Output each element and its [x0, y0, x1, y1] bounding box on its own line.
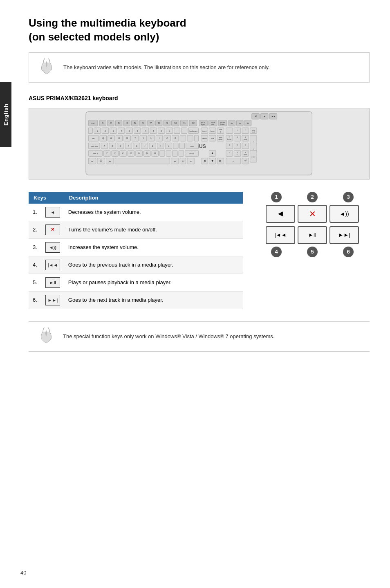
- diagram-btn-2: ✕: [298, 205, 327, 223]
- svg-rect-71: [174, 128, 180, 133]
- diagram-num-1: 1: [271, 192, 282, 202]
- svg-text:R: R: [127, 137, 128, 139]
- diagram-bottom-numbers: 4 5 6: [255, 247, 370, 257]
- row-description: Increases the system volume.: [64, 238, 243, 256]
- row-description: Decreases the system volume.: [64, 204, 243, 221]
- svg-rect-153: [180, 143, 185, 149]
- row-icon: ◄)): [41, 238, 64, 256]
- svg-text:f9: f9: [166, 122, 168, 124]
- row-icon: ►II: [41, 274, 64, 291]
- svg-rect-152: [173, 143, 178, 149]
- svg-text:del: del: [247, 122, 249, 124]
- table-row: 6.►►|Goes to the next track in a media p…: [29, 291, 243, 309]
- svg-text:◄◄: ◄◄: [271, 115, 276, 118]
- svg-text:lock: lock: [211, 123, 215, 126]
- svg-text:Z: Z: [106, 152, 108, 155]
- table-row: 2.✕Turns the volume's mute mode on/off.: [29, 221, 243, 238]
- row-icon: ►►|: [41, 291, 64, 309]
- svg-text:O: O: [167, 137, 168, 139]
- svg-text:f12: f12: [192, 122, 195, 124]
- keys-table: Keys Description 1.◄Decreases the system…: [29, 192, 243, 309]
- diagram-btn-5: ►II: [298, 226, 327, 244]
- section-title: ASUS PRIMAX/KB2621 keyboard: [29, 95, 370, 101]
- svg-text:M: M: [154, 152, 156, 155]
- svg-text:ctrl: ctrl: [190, 160, 193, 162]
- diagram-num-4: 4: [271, 247, 282, 257]
- diagram-col-1: 1: [271, 192, 282, 202]
- svg-text:break: break: [221, 123, 225, 126]
- svg-text:7: 7: [145, 130, 146, 132]
- row-icon: ✕: [41, 221, 64, 238]
- svg-text:home: home: [227, 138, 232, 140]
- svg-text:B: B: [139, 152, 140, 155]
- svg-text:f7: f7: [150, 122, 152, 124]
- svg-text:W: W: [110, 137, 112, 139]
- svg-text:4: 4: [121, 130, 122, 132]
- note-icon-1: [36, 58, 57, 76]
- svg-text:◄: ◄: [203, 159, 206, 163]
- svg-text:⊞: ⊞: [100, 159, 103, 163]
- svg-text:K: K: [160, 145, 161, 147]
- pen-icon: [38, 58, 56, 76]
- row-icon: |◄◄: [41, 256, 64, 274]
- svg-text:8: 8: [153, 130, 154, 132]
- row-description: Goes to the previous track in a media pl…: [64, 256, 243, 274]
- diagram-num-6: 6: [343, 247, 354, 257]
- language-label: English: [3, 103, 9, 126]
- language-tab: English: [0, 82, 11, 147]
- svg-text:◄: ◄: [254, 114, 257, 118]
- svg-text:≡: ≡: [182, 159, 184, 163]
- svg-text:enter: enter: [251, 156, 256, 158]
- svg-rect-181: [160, 150, 165, 156]
- diagram-bottom-buttons: |◄◄ ►II ►►|: [255, 226, 370, 244]
- svg-text:pgup: pgup: [244, 138, 248, 140]
- note-text-1: The keyboard varies with models. The ill…: [63, 64, 270, 70]
- svg-text:+: +: [253, 147, 254, 150]
- svg-text:home: home: [211, 130, 215, 132]
- svg-rect-114: [195, 135, 199, 141]
- svg-text:►: ►: [219, 159, 222, 163]
- note-box-1: The keyboard varies with models. The ill…: [29, 52, 370, 83]
- col-desc-header: Description: [64, 192, 243, 204]
- svg-text:J: J: [152, 145, 153, 147]
- svg-text:V: V: [130, 152, 132, 155]
- diagram-btn-4: |◄◄: [266, 226, 295, 244]
- svg-rect-112: [180, 135, 186, 141]
- svg-text:N: N: [146, 152, 148, 155]
- svg-text:3: 3: [113, 130, 114, 132]
- note-text-2: The special function keys only work on W…: [63, 333, 274, 339]
- svg-text:tab: tab: [92, 137, 95, 139]
- table-row: 3.◄))Increases the system volume.: [29, 238, 243, 256]
- page-title: Using the multimedia keyboard (on select…: [29, 16, 370, 44]
- pen-icon-2: [37, 328, 55, 346]
- svg-text:insert: insert: [202, 130, 207, 132]
- svg-text:down: down: [219, 138, 223, 140]
- note-icon-2: [36, 328, 56, 346]
- svg-text:f8: f8: [158, 122, 160, 124]
- svg-text:backspace: backspace: [190, 130, 198, 132]
- svg-text:S: S: [112, 145, 114, 147]
- svg-text:I: I: [159, 137, 159, 139]
- svg-text:P: P: [175, 137, 176, 139]
- diagram-area: 1 2 3 ◄ ✕ ◄))​ |◄◄ ►II ►►|: [255, 192, 370, 260]
- svg-text:f4: f4: [126, 122, 128, 124]
- svg-text:D: D: [120, 145, 121, 147]
- svg-text:f11: f11: [183, 122, 186, 124]
- svg-text:f5: f5: [134, 122, 136, 124]
- svg-text:f6: f6: [142, 122, 144, 124]
- table-row: 1.◄Decreases the system volume.: [29, 204, 243, 221]
- svg-text:f10: f10: [174, 122, 177, 124]
- table-row: 4.|◄◄Goes to the previous track in a med…: [29, 256, 243, 274]
- main-content: Using the multimedia keyboard (on select…: [16, 0, 390, 368]
- svg-text:H: H: [144, 145, 146, 147]
- diagram-num-2: 2: [307, 192, 318, 202]
- svg-text:shift ⇑: shift ⇑: [93, 153, 98, 155]
- svg-text:◄: ◄: [263, 115, 265, 118]
- svg-text:Y: Y: [143, 137, 144, 139]
- row-description: Plays or pauses playback in a media play…: [64, 274, 243, 291]
- svg-rect-205: [115, 158, 170, 164]
- svg-text:pgdn: pgdn: [244, 153, 248, 155]
- row-description: Goes to the next track in a media player…: [64, 291, 243, 309]
- note-box-2: The special function keys only work on W…: [29, 321, 370, 352]
- svg-text:del: del: [231, 122, 233, 124]
